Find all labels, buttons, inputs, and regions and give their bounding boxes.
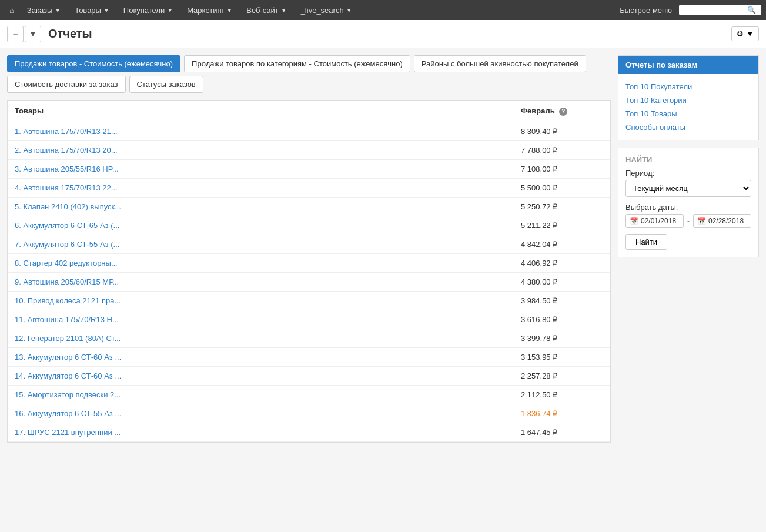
price-value: 8 309.40 ₽ [521,127,603,136]
settings-button[interactable]: ⚙ ▼ [731,26,759,41]
col-product-header: Товары [15,106,521,116]
orders-reports-header: Отчеты по заказам [618,56,758,74]
date-separator: - [687,217,690,225]
tab-sales-categories-cost[interactable]: Продажи товаров по категориям - Стоимост… [184,55,410,72]
price-value: 5 500.00 ₽ [521,183,603,192]
product-link[interactable]: 17. ШРУС 2121 внутренний ... [15,428,521,437]
price-value: 7 108.00 ₽ [521,165,603,173]
date-from-input[interactable]: 📅 02/01/2018 [625,214,684,228]
nav-marketing[interactable]: Маркетинг ▼ [181,0,238,20]
tab-regions-activity[interactable]: Районы с большей акивностью покупателей [414,55,586,72]
period-select[interactable]: Текущий месяц Прошлый месяц Текущий год … [625,180,751,197]
price-value: 5 250.72 ₽ [521,202,603,211]
table-row: 5. Клапан 2410 (402) выпуск... 5 250.72 … [8,198,610,216]
price-value: 2 112.50 ₽ [521,390,603,399]
table-body: 1. Автошина 175/70/R13 21... 8 309.40 ₽ … [8,122,610,442]
right-panel: Отчеты по заказам Топ 10 ПокупателиТоп 1… [618,55,759,443]
product-link[interactable]: 5. Клапан 2410 (402) выпуск... [15,202,521,211]
order-report-link[interactable]: Топ 10 Покупатели [625,80,751,93]
table-row: 10. Привод колеса 2121 пра... 3 984.50 ₽ [8,292,610,310]
table-row: 7. Аккумулятор 6 СТ-55 Аз (... 4 842.04 … [8,235,610,254]
product-link[interactable]: 16. Аккумулятор 6 СТ-55 Аз ... [15,409,521,418]
gear-icon: ⚙ [737,29,744,38]
product-link[interactable]: 3. Автошина 205/55/R16 HP... [15,165,521,173]
table-row: 11. Автошина 175/70/R13 Н... 3 616.80 ₽ [8,310,610,329]
orders-arrow-icon: ▼ [55,7,61,14]
tab-order-statuses[interactable]: Статусы заказов [129,76,203,93]
table-row: 13. Аккумулятор 6 СТ-60 Аз ... 3 153.95 … [8,348,610,367]
nav-orders[interactable]: Заказы ▼ [21,0,66,20]
search-panel-title: НАЙТИ [625,155,751,164]
product-link[interactable]: 7. Аккумулятор 6 СТ-55 Аз (... [15,240,521,249]
quick-menu-link[interactable]: Быстрое меню [620,6,672,15]
product-link[interactable]: 11. Автошина 175/70/R13 Н... [15,315,521,324]
main-content: Продажи товаров - Стоимость (ежемесячно)… [0,48,766,450]
tab-sales-products-cost[interactable]: Продажи товаров - Стоимость (ежемесячно) [7,55,180,72]
live-search-arrow-icon: ▼ [346,7,352,14]
order-report-link[interactable]: Топ 10 Категории [625,93,751,107]
back-button[interactable]: ← [7,26,24,42]
price-value: 1 836.74 ₽ [521,409,603,418]
breadcrumb-bar: ← ▼ Отчеты ⚙ ▼ [0,20,766,48]
tabs-row: Продажи товаров - Стоимость (ежемесячно)… [7,55,611,93]
navigation-buttons: ← ▼ [7,26,41,42]
help-icon[interactable]: ? [559,108,567,116]
product-link[interactable]: 12. Генератор 2101 (80А) Ст... [15,334,521,343]
nav-customers[interactable]: Покупатели ▼ [118,0,179,20]
search-button[interactable]: Найти [625,234,667,250]
price-value: 4 406.92 ₽ [521,259,603,267]
period-label: Период: [625,169,751,178]
date-row: 📅 02/01/2018 - 📅 02/28/2018 [625,214,751,228]
table-row: 4. Автошина 175/70/R13 22... 5 500.00 ₽ [8,179,610,198]
product-link[interactable]: 14. Аккумулятор 6 СТ-60 Аз ... [15,372,521,380]
product-link[interactable]: 1. Автошина 175/70/R13 21... [15,127,521,136]
nav-live-search[interactable]: _live_search ▼ [295,0,358,20]
product-link[interactable]: 4. Автошина 175/70/R13 22... [15,183,521,192]
product-link[interactable]: 15. Амортизатор подвески 2... [15,390,521,399]
orders-reports-body: Топ 10 ПокупателиТоп 10 КатегорииТоп 10 … [618,74,758,140]
table-row: 3. Автошина 205/55/R16 HP... 7 108.00 ₽ [8,160,610,179]
table-row: 6. Аккумулятор 6 СТ-65 Аз (... 5 211.22 … [8,216,610,235]
price-value: 5 211.22 ₽ [521,221,603,230]
nav-products[interactable]: Товары ▼ [69,0,115,20]
product-link[interactable]: 10. Привод колеса 2121 пра... [15,296,521,305]
home-icon[interactable]: ⌂ [5,0,19,20]
product-link[interactable]: 2. Автошина 175/70/R13 20... [15,146,521,155]
date-to-value: 02/28/2018 [708,217,744,225]
period-group: Период: Текущий месяц Прошлый месяц Теку… [625,169,751,197]
products-table: Товары Февраль ? 1. Автошина 175/70/R13 … [7,100,611,443]
global-search-input[interactable] [683,6,747,14]
table-row: 12. Генератор 2101 (80А) Ст... 3 399.78 … [8,329,610,348]
product-link[interactable]: 6. Аккумулятор 6 СТ-65 Аз (... [15,221,521,230]
order-report-link[interactable]: Способы оплаты [625,121,751,134]
top-navigation: ⌂ Заказы ▼ Товары ▼ Покупатели ▼ Маркети… [0,0,766,20]
tab-delivery-cost[interactable]: Стоимость доставки за заказ [7,76,126,93]
price-value: 3 984.50 ₽ [521,296,603,305]
search-panel: НАЙТИ Период: Текущий месяц Прошлый меся… [618,148,759,257]
table-header: Товары Февраль ? [8,101,610,122]
price-value: 3 153.95 ₽ [521,353,603,362]
table-row: 17. ШРУС 2121 внутренний ... 1 647.45 ₽ [8,423,610,442]
product-link[interactable]: 8. Стартер 402 редукторны... [15,259,521,267]
col-month-header: Февраль ? [521,106,603,116]
search-icon: 🔍 [747,6,756,14]
global-search-box: 🔍 [679,5,761,15]
order-report-link[interactable]: Топ 10 Товары [625,107,751,121]
table-row: 2. Автошина 175/70/R13 20... 7 788.00 ₽ [8,141,610,160]
table-row: 8. Стартер 402 редукторны... 4 406.92 ₽ [8,254,610,273]
website-arrow-icon: ▼ [281,7,287,14]
calendar-from-icon: 📅 [630,217,638,225]
date-from-value: 02/01/2018 [641,217,676,225]
nav-website[interactable]: Веб-сайт ▼ [240,0,292,20]
date-group: Выбрать даты: 📅 02/01/2018 - 📅 02/28/201… [625,203,751,228]
left-panel: Продажи товаров - Стоимость (ежемесячно)… [7,55,611,443]
date-to-input[interactable]: 📅 02/28/2018 [693,214,751,228]
product-link[interactable]: 9. Автошина 205/60/R15 МР... [15,277,521,286]
product-link[interactable]: 13. Аккумулятор 6 СТ-60 Аз ... [15,353,521,362]
date-label: Выбрать даты: [625,203,751,212]
price-value: 2 257.28 ₽ [521,372,603,380]
price-value: 7 788.00 ₽ [521,146,603,155]
table-row: 14. Аккумулятор 6 СТ-60 Аз ... 2 257.28 … [8,367,610,386]
dropdown-nav-button[interactable]: ▼ [25,26,41,42]
orders-reports-section: Отчеты по заказам Топ 10 ПокупателиТоп 1… [618,55,759,140]
